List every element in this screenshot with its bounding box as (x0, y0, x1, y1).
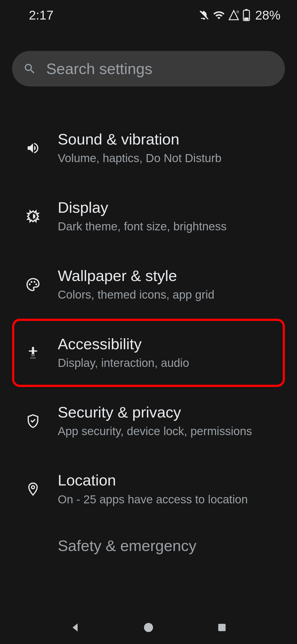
settings-item-security[interactable]: Security & privacy App security, device … (0, 387, 297, 455)
item-title: Security & privacy (58, 403, 285, 421)
home-button[interactable] (140, 619, 157, 636)
settings-list: Sound & vibration Volume, haptics, Do No… (0, 97, 297, 555)
item-text: Sound & vibration Volume, haptics, Do No… (58, 130, 285, 166)
item-text: Accessibility Display, interaction, audi… (58, 335, 283, 371)
item-title: Accessibility (58, 335, 283, 353)
svg-point-8 (32, 347, 34, 349)
svg-rect-10 (32, 358, 33, 358)
back-button[interactable] (67, 619, 83, 636)
svg-rect-11 (34, 358, 35, 358)
svg-point-7 (35, 283, 37, 285)
search-icon (23, 62, 36, 75)
svg-point-4 (29, 283, 31, 285)
settings-item-safety[interactable]: Safety & emergency (0, 523, 297, 555)
settings-item-location[interactable]: Location On - 25 apps have access to loc… (0, 455, 297, 523)
item-subtitle: Display, interaction, audio (58, 355, 283, 371)
status-right: R 28% (199, 8, 280, 23)
settings-item-display[interactable]: Display Dark theme, font size, brightnes… (0, 182, 297, 250)
battery-icon (243, 9, 250, 21)
svg-rect-3 (244, 18, 248, 20)
emergency-icon (25, 537, 41, 554)
settings-item-sound[interactable]: Sound & vibration Volume, haptics, Do No… (0, 114, 297, 182)
settings-item-accessibility[interactable]: Accessibility Display, interaction, audi… (12, 319, 285, 387)
item-subtitle: Colors, themed icons, app grid (58, 287, 285, 303)
battery-percentage: 28% (255, 8, 280, 23)
dnd-off-icon (199, 10, 210, 21)
item-text: Display Dark theme, font size, brightnes… (58, 198, 285, 234)
status-bar: 2:17 R 28% (0, 0, 297, 28)
svg-point-6 (34, 281, 35, 283)
accessibility-icon (25, 345, 41, 361)
recents-button[interactable] (214, 619, 230, 636)
shield-icon (25, 413, 41, 429)
palette-icon (25, 276, 41, 293)
search-container: Search settings (12, 51, 285, 86)
brightness-icon (25, 208, 41, 225)
item-text: Location On - 25 apps have access to loc… (58, 471, 285, 507)
settings-item-wallpaper[interactable]: Wallpaper & style Colors, themed icons, … (0, 250, 297, 319)
item-subtitle: App security, device lock, permissions (58, 424, 285, 439)
search-bar[interactable]: Search settings (12, 51, 285, 86)
svg-point-5 (31, 281, 32, 283)
svg-point-12 (32, 486, 35, 489)
item-title: Sound & vibration (58, 130, 285, 148)
item-text: Security & privacy App security, device … (58, 403, 285, 439)
navigation-bar (0, 611, 297, 644)
item-title: Display (58, 198, 285, 217)
svg-text:R: R (237, 10, 239, 14)
svg-point-13 (144, 623, 153, 632)
item-subtitle: On - 25 apps have access to location (58, 492, 285, 507)
volume-icon (25, 140, 41, 156)
item-title: Location (58, 471, 285, 489)
search-placeholder: Search settings (46, 60, 274, 78)
item-title: Wallpaper & style (58, 266, 285, 285)
svg-rect-14 (218, 624, 226, 631)
item-text: Wallpaper & style Colors, themed icons, … (58, 266, 285, 303)
svg-rect-2 (245, 9, 248, 10)
signal-icon: R (228, 10, 239, 21)
status-time: 2:17 (29, 8, 54, 23)
item-title: Safety & emergency (58, 536, 285, 555)
item-subtitle: Dark theme, font size, brightness (58, 219, 285, 234)
svg-rect-9 (31, 358, 31, 358)
location-icon (25, 481, 41, 497)
item-text: Safety & emergency (58, 536, 285, 555)
item-subtitle: Volume, haptics, Do Not Disturb (58, 151, 285, 166)
wifi-icon (213, 9, 225, 21)
